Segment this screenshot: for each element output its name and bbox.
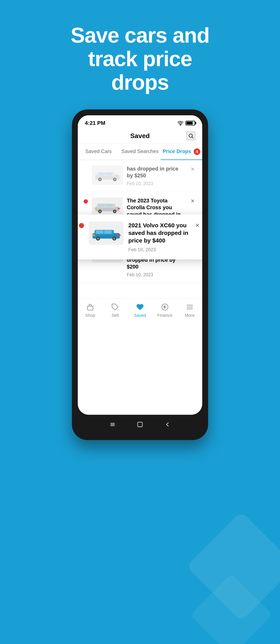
android-back-button[interactable]	[108, 420, 117, 429]
svg-point-0	[180, 125, 181, 126]
shop-icon	[86, 303, 94, 311]
tabs-row: Saved Cars Saved Searches Price Drops 4	[78, 144, 202, 160]
tab-saved-searches[interactable]: Saved Searches	[119, 144, 160, 160]
tab-saved-cars[interactable]: Saved Cars	[78, 144, 119, 160]
svg-point-18	[99, 178, 101, 180]
car-svg-0	[94, 168, 121, 183]
drop-car-img-0	[92, 166, 123, 185]
saved-icon	[136, 303, 144, 311]
status-icons	[177, 121, 195, 126]
nav-item-finance[interactable]: Finance	[152, 303, 177, 318]
svg-point-26	[99, 210, 101, 212]
svg-rect-23	[98, 204, 105, 207]
drop-dot-1	[84, 199, 88, 204]
status-bar: 4:21 PM	[78, 115, 202, 128]
nav-label-saved: Saved	[134, 313, 146, 318]
notif-title: 2021 Volvo XC60 you saved has dropped in…	[128, 222, 188, 244]
wifi-icon	[177, 121, 184, 126]
svg-rect-12	[117, 234, 121, 236]
more-icon	[186, 303, 194, 311]
drop-car-img-1	[92, 197, 123, 217]
svg-point-20	[114, 178, 116, 180]
drop-close-button-1[interactable]: ✕	[189, 197, 196, 205]
phone-frame: 4:21 PM	[72, 110, 208, 440]
svg-point-8	[97, 238, 99, 240]
hero-text: Save cars and track price drops	[52, 0, 228, 110]
content-spacer	[78, 283, 202, 299]
svg-rect-50	[138, 422, 142, 427]
search-icon	[188, 133, 194, 139]
svg-rect-29	[94, 208, 97, 209]
nav-item-shop[interactable]: Shop	[78, 303, 103, 318]
svg-rect-24	[106, 204, 113, 207]
phone-container: 4:21 PM	[72, 110, 208, 440]
nav-item-more[interactable]: More	[177, 303, 202, 318]
svg-rect-39	[88, 306, 93, 310]
svg-point-1	[189, 134, 192, 138]
svg-rect-15	[98, 172, 105, 176]
nav-label-more: More	[185, 313, 195, 318]
svg-line-2	[192, 137, 194, 138]
drop-date-2: Feb 10, 2023	[127, 272, 185, 278]
page-wrapper: Save cars and track price drops 4:21 PM	[0, 0, 280, 644]
svg-rect-11	[92, 234, 95, 236]
app-header: Saved	[78, 128, 202, 144]
drop-date-0: Feb 10, 2023	[127, 181, 185, 186]
car-svg-1	[94, 199, 121, 215]
nav-label-shop: Shop	[85, 313, 95, 318]
notif-date: Feb 10, 2023	[128, 247, 188, 252]
header-title: Saved	[130, 132, 150, 140]
bottom-nav: Shop Sell	[78, 299, 202, 324]
battery-icon	[186, 121, 195, 126]
svg-rect-5	[96, 230, 104, 234]
notif-unread-dot	[79, 223, 84, 228]
hero-line1: Save cars and	[70, 23, 210, 47]
nav-item-sell[interactable]: Sell	[103, 303, 128, 318]
android-home-button[interactable]	[136, 420, 144, 429]
battery-fill	[186, 122, 193, 124]
sell-icon	[111, 303, 120, 311]
content-area: 2021 Volvo XC60 you saved has dropped in…	[78, 160, 202, 299]
drop-close-button-0[interactable]: ✕	[189, 166, 196, 173]
svg-point-28	[114, 210, 116, 212]
tab-price-drops[interactable]: Price Drops 4	[161, 144, 202, 160]
finance-icon	[160, 303, 169, 311]
blue-car-svg	[90, 224, 122, 242]
status-time: 4:21 PM	[85, 120, 106, 126]
hero-line2: track price drops	[88, 47, 192, 94]
svg-rect-30	[118, 208, 120, 209]
header-search-button[interactable]	[187, 132, 195, 140]
notif-content: 2021 Volvo XC60 you saved has dropped in…	[128, 222, 188, 252]
drop-item-0: has dropped in price by $250 Feb 10, 202…	[78, 160, 202, 192]
phone-screen: 4:21 PM	[78, 115, 202, 415]
android-recents-button[interactable]	[163, 420, 172, 429]
notif-car-image	[89, 222, 124, 245]
price-drops-badge: 4	[194, 148, 200, 155]
drop-title-0: has dropped in price by $250	[127, 166, 185, 179]
android-nav-bar	[78, 415, 202, 434]
svg-point-10	[113, 238, 116, 240]
nav-label-sell: Sell	[112, 313, 119, 318]
svg-rect-16	[106, 172, 112, 176]
drop-content-0: has dropped in price by $250 Feb 10, 202…	[127, 166, 185, 186]
nav-label-finance: Finance	[157, 313, 172, 318]
nav-item-saved[interactable]: Saved	[128, 303, 152, 318]
notification-popup: 2021 Volvo XC60 you saved has dropped in…	[78, 214, 202, 260]
svg-rect-6	[104, 230, 112, 234]
notif-close-button[interactable]: ✕	[193, 222, 201, 229]
